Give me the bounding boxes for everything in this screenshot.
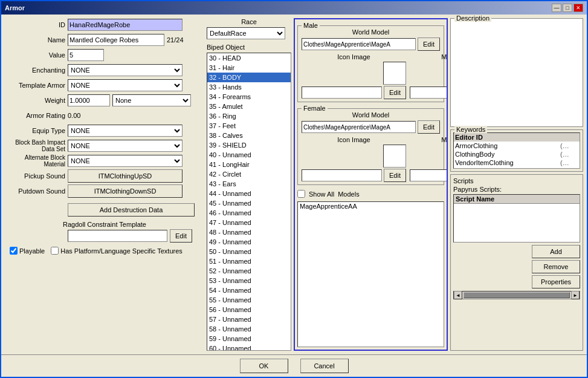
scripts-list[interactable]: Script Name (453, 194, 580, 243)
biped-item[interactable]: 41 - LongHair (207, 160, 291, 169)
biped-item[interactable]: 49 - Unnamed (207, 237, 291, 247)
maximize-button[interactable]: □ (563, 4, 572, 12)
biped-item[interactable]: 46 - Unnamed (207, 208, 291, 218)
male-icon-path[interactable] (302, 86, 382, 99)
biped-item[interactable]: 42 - Circlet (207, 169, 291, 179)
close-button[interactable]: ✕ (573, 4, 583, 12)
title-bar: Armor — □ ✕ (1, 1, 587, 15)
biped-list[interactable]: 30 - HEAD31 - Hair32 - BODY33 - Hands34 … (207, 53, 291, 351)
minimize-button[interactable]: — (552, 4, 561, 12)
female-message-edit-row: Edit (410, 169, 448, 182)
biped-item[interactable]: 35 - Amulet (207, 102, 291, 111)
models-item[interactable]: MageApprenticeAA (298, 202, 444, 210)
playable-checkbox-label: Playable (10, 247, 45, 255)
biped-item[interactable]: 60 - Unnamed (207, 344, 291, 351)
putdown-sound-label: Putdown Sound (5, 187, 65, 195)
show-all-checkbox[interactable] (297, 190, 305, 198)
ragdoll-edit-button[interactable]: Edit (170, 229, 192, 243)
biped-item[interactable]: 40 - Unnamed (207, 150, 291, 160)
male-icon-edit-button[interactable]: Edit (384, 86, 406, 99)
keywords-list[interactable]: Editor IDArmorClothing(…ClothingBody(…Ve… (453, 132, 580, 169)
platform-checkbox[interactable] (51, 247, 59, 255)
keywords-row[interactable]: VendorItemClothing(… (454, 158, 580, 167)
biped-item[interactable]: 57 - Unnamed (207, 314, 291, 324)
male-model-input-row: Edit (302, 37, 440, 51)
keywords-row[interactable]: ArmorClothing(… (454, 142, 580, 150)
ok-button[interactable]: OK (240, 359, 288, 373)
cancel-button[interactable]: Cancel (300, 359, 349, 373)
putdown-sound-button[interactable]: ITMClothingDownSD (68, 184, 183, 198)
biped-item[interactable]: 45 - Unnamed (207, 198, 291, 208)
biped-item[interactable]: 52 - Unnamed (207, 266, 291, 276)
biped-item[interactable]: 34 - Forearms (207, 92, 291, 102)
biped-item[interactable]: 58 - Unnamed (207, 324, 291, 334)
scroll-left-button[interactable]: ◄ (454, 291, 462, 299)
biped-item[interactable]: 43 - Ears (207, 179, 291, 189)
keywords-row[interactable]: ClothingBody(… (454, 150, 580, 158)
female-message-section: Message Icon Edit (410, 136, 448, 182)
biped-item[interactable]: 54 - Unnamed (207, 285, 291, 295)
name-row: Name 21/24 (5, 33, 204, 47)
value-field[interactable] (68, 49, 104, 61)
remove-script-button[interactable]: Remove (532, 260, 580, 273)
male-world-model-edit-button[interactable]: Edit (418, 37, 440, 51)
equip-type-label: Equip Type (5, 127, 65, 134)
playable-checkbox[interactable] (10, 247, 18, 255)
biped-item[interactable]: 33 - Hands (207, 82, 291, 92)
block-bash-select[interactable]: NONE (68, 140, 183, 152)
description-textarea[interactable] (451, 19, 583, 126)
block-bash-label: Block Bash Impact Data Set (5, 139, 65, 152)
pickup-sound-button[interactable]: ITMClothingUpSD (68, 169, 183, 183)
keywords-label: Keywords (454, 126, 487, 133)
ragdoll-field[interactable] (68, 230, 167, 242)
template-select[interactable]: NONE (68, 79, 183, 91)
add-script-button[interactable]: Add (532, 245, 580, 258)
biped-item[interactable]: 59 - Unnamed (207, 334, 291, 344)
male-icon-row: Icon Image Edit Message Icon (302, 53, 440, 99)
biped-item[interactable]: 56 - Unnamed (207, 305, 291, 314)
race-label: Race (207, 18, 291, 25)
enchanting-select[interactable]: NONE (68, 64, 183, 76)
biped-item[interactable]: 51 - Unnamed (207, 256, 291, 266)
biped-item[interactable]: 37 - Feet (207, 121, 291, 131)
race-select[interactable]: DefaultRace (207, 27, 285, 39)
properties-button[interactable]: Properties (532, 275, 580, 288)
add-destruction-button[interactable]: Add Destruction Data (68, 203, 195, 217)
biped-item[interactable]: 44 - Unnamed (207, 189, 291, 198)
id-row: ID (5, 18, 204, 31)
biped-item[interactable]: 32 - BODY (207, 73, 291, 82)
biped-item[interactable]: 48 - Unnamed (207, 227, 291, 237)
biped-item[interactable]: 53 - Unnamed (207, 276, 291, 285)
horizontal-scrollbar[interactable]: ◄ ► (453, 291, 580, 299)
weight-label: Weight (5, 97, 65, 104)
equip-type-select[interactable]: NONE (68, 125, 183, 137)
scroll-right-button[interactable]: ► (571, 291, 580, 299)
weight-dropdown[interactable]: None (112, 94, 191, 106)
putdown-sound-row: Putdown Sound ITMClothingDownSD (5, 184, 204, 198)
female-message-label: Message Icon (410, 136, 448, 143)
bottom-bar: OK Cancel (1, 354, 587, 377)
name-field[interactable] (68, 34, 164, 46)
female-world-model-path[interactable] (302, 121, 416, 133)
biped-item[interactable]: 38 - Calves (207, 131, 291, 140)
female-icon-path[interactable] (302, 169, 382, 181)
alt-block-select[interactable]: NONE (68, 155, 183, 167)
biped-item[interactable]: 50 - Unnamed (207, 247, 291, 256)
female-world-model-edit-button[interactable]: Edit (418, 120, 440, 134)
id-field[interactable] (68, 19, 183, 31)
weight-field[interactable] (68, 94, 110, 106)
biped-item[interactable]: 39 - SHIELD (207, 140, 291, 150)
models-list[interactable]: MageApprenticeAA (297, 201, 444, 347)
male-label: Male (302, 22, 320, 29)
male-world-model-path[interactable] (302, 38, 416, 50)
female-message-path[interactable] (410, 169, 448, 181)
female-icon-edit-button[interactable]: Edit (384, 169, 406, 182)
scroll-thumb[interactable] (464, 292, 570, 298)
biped-item[interactable]: 30 - HEAD (207, 53, 291, 63)
biped-item[interactable]: 31 - Hair (207, 63, 291, 73)
male-icon-preview (383, 62, 406, 85)
biped-item[interactable]: 36 - Ring (207, 111, 291, 121)
biped-item[interactable]: 55 - Unnamed (207, 295, 291, 305)
male-message-path[interactable] (410, 86, 448, 99)
biped-item[interactable]: 47 - Unnamed (207, 218, 291, 227)
